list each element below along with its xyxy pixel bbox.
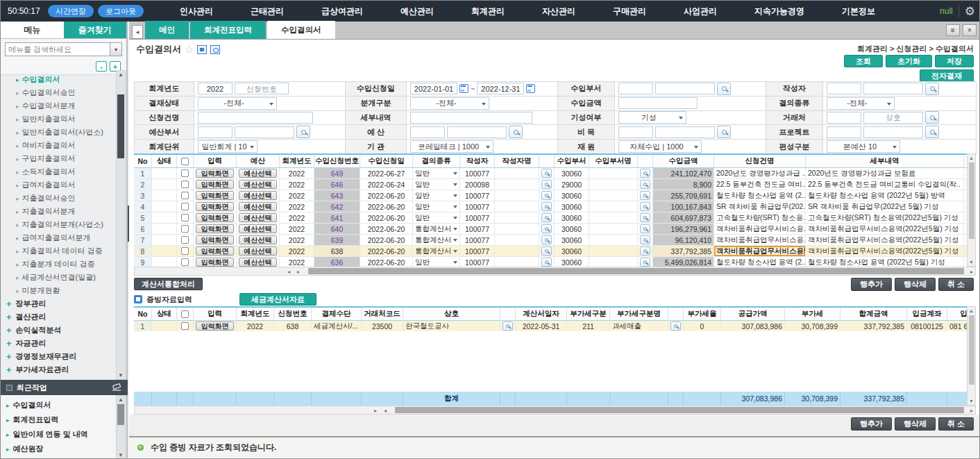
search-lookup-button[interactable] (640, 202, 650, 211)
search-lookup-button[interactable] (296, 126, 310, 138)
row-checkbox[interactable] (181, 214, 189, 222)
cancel-button[interactable]: 취 소 (938, 417, 974, 431)
form-input[interactable] (863, 83, 923, 94)
sidebar-group-item[interactable]: +부가세자료관리 (1, 363, 117, 376)
search-lookup-button[interactable] (509, 126, 523, 138)
delete-row-button[interactable]: 행삭제 (895, 278, 936, 291)
sidebar-group-item[interactable]: +장부관리 (1, 297, 117, 310)
form-select[interactable]: 기성 (618, 111, 686, 124)
sidebar-tree-item[interactable]: ▸급여지출결의서 (1, 178, 117, 192)
search-lookup-button[interactable] (670, 322, 681, 331)
cell-button[interactable]: 예산선택 (239, 224, 277, 233)
form-input[interactable] (827, 83, 861, 94)
sidebar-tree-item[interactable]: ▸여비지출결의서 (1, 139, 117, 152)
table-row[interactable]: 4입력화면예산선택20226422022-06-20일반100077300601… (134, 201, 967, 212)
sidebar-group-item[interactable]: +결산관리 (1, 310, 117, 324)
cell-select[interactable]: 일반 (413, 201, 460, 212)
doc-tab[interactable]: 수입결의서 (267, 21, 335, 39)
row-checkbox[interactable] (181, 181, 189, 188)
eraser-icon[interactable] (112, 383, 122, 392)
search-lookup-button[interactable] (717, 126, 731, 138)
scrollbar-thumb[interactable] (395, 407, 964, 413)
sidebar-tree-item[interactable]: ▸수입결의서 (1, 73, 117, 86)
search-lookup-button[interactable] (640, 191, 650, 200)
search-lookup-button[interactable] (541, 169, 552, 178)
row-checkbox[interactable] (181, 258, 189, 266)
scroll-up-icon[interactable]: ▲ (118, 397, 124, 403)
sidebar-tree-item[interactable]: ▸지출결의서승인 (1, 192, 117, 205)
search-lookup-button[interactable] (717, 83, 731, 95)
row-checkbox[interactable] (181, 236, 189, 244)
chevron-down-icon[interactable]: ▾ (110, 42, 122, 56)
form-select[interactable]: 본예산 10 (827, 140, 900, 153)
search-lookup-button[interactable] (640, 169, 650, 178)
doc-tab[interactable]: 메인 (145, 21, 189, 39)
sidebar-tree-item[interactable]: ▸급여지출결의서분개 (1, 231, 117, 244)
form-input[interactable] (863, 112, 923, 124)
form-input[interactable] (863, 126, 923, 138)
logout-button[interactable]: 로그아웃 (98, 5, 144, 17)
favorite-star-icon[interactable]: ☆ (185, 44, 194, 55)
scrollbar-thumb[interactable] (969, 315, 974, 385)
sidebar-tree-item[interactable]: ▸미분개현황 (1, 284, 117, 297)
search-lookup-button[interactable] (640, 180, 650, 189)
scroll-right-icon[interactable]: ▸ (297, 269, 300, 275)
nav-menu-item[interactable]: 인사관리 (180, 6, 213, 17)
sidebar-group-item[interactable]: +손익실적분석 (1, 324, 117, 337)
form-input[interactable] (410, 83, 457, 94)
sidebar-tree-item[interactable]: ▸지출분개 데이터 검증 (1, 258, 117, 271)
tax-invoice-button[interactable]: 세금계산서자료 (239, 293, 316, 306)
refresh-icon[interactable] (210, 45, 220, 54)
nav-menu-item[interactable]: 급상여관리 (321, 6, 363, 17)
cell-button[interactable]: 예산선택 (239, 180, 277, 189)
form-input[interactable] (198, 112, 313, 124)
invoice-merge-button[interactable]: 계산서통합처리 (134, 278, 203, 290)
form-input[interactable] (198, 126, 233, 138)
scroll-down-icon[interactable]: ▼ (969, 260, 974, 265)
gear-icon[interactable]: ⚙ (965, 6, 975, 17)
scrollbar-thumb[interactable] (117, 404, 124, 425)
form-input[interactable] (655, 126, 715, 138)
recent-work-item[interactable]: ▸수입결의서 (1, 398, 117, 412)
form-input[interactable] (618, 97, 698, 109)
save-button[interactable]: 저장 (935, 55, 974, 67)
cell-button[interactable]: 예산선택 (239, 213, 277, 222)
cell-button[interactable]: 예산선택 (239, 258, 277, 267)
form-select[interactable]: 자체수입 | 1000 (618, 140, 702, 153)
cell-select[interactable]: 통합계산서 (413, 224, 460, 235)
form-input[interactable] (477, 83, 524, 94)
tab-scroll-left-icon[interactable]: ◂ (132, 25, 143, 39)
scroll-down-icon[interactable]: ▼ (118, 452, 124, 458)
row-checkbox[interactable] (181, 322, 189, 330)
cell-button[interactable]: 입력화면 (196, 224, 234, 233)
delete-row-button[interactable]: 행삭제 (895, 417, 936, 431)
form-input[interactable] (235, 83, 289, 94)
cell-button[interactable]: 예산선택 (239, 202, 277, 211)
calendar-icon[interactable] (459, 84, 468, 93)
search-button[interactable]: 조회 (844, 55, 883, 67)
form-select[interactable]: 코레일테크 | 1000 (410, 140, 493, 153)
scroll-up-icon[interactable]: ▲ (118, 72, 124, 78)
search-lookup-button[interactable] (541, 180, 552, 189)
row-checkbox[interactable] (181, 192, 189, 199)
recent-work-item[interactable]: ▸회계전표입력 (1, 412, 117, 427)
window-menu-icon[interactable]: ≡ (946, 24, 960, 36)
table-row[interactable]: 1입력화면2022638세금계산서/...23500한국철도공사2022-05-… (134, 321, 967, 331)
cell-select[interactable]: 일반 (413, 179, 460, 190)
search-lookup-button[interactable] (541, 258, 552, 267)
scroll-right-icon[interactable]: ▸ (970, 269, 973, 275)
table-row[interactable]: 1입력화면예산선택20226492022-06-27일반100077300602… (134, 168, 967, 179)
sidebar-tree-item[interactable]: ▸수입결의서분개 (1, 99, 117, 112)
nav-menu-item[interactable]: 근태관리 (251, 6, 284, 17)
table-row[interactable]: 2입력화면예산선택20226462022-06-24일반200098290008… (134, 179, 967, 190)
search-lookup-button[interactable] (541, 213, 552, 222)
electronic-approval-button[interactable]: 전자결재 (920, 69, 974, 82)
cell-button[interactable]: 입력화면 (196, 202, 234, 211)
search-lookup-button[interactable] (640, 247, 650, 256)
form-input[interactable] (618, 126, 653, 138)
tab-favorites[interactable]: 즐겨찾기 (64, 22, 127, 38)
menu-search-input[interactable] (5, 42, 110, 56)
horizontal-scrollbar[interactable]: ◂ ▸ ▸ (134, 267, 976, 276)
reset-button[interactable]: 초기화 (886, 55, 932, 67)
search-lookup-button[interactable] (541, 202, 552, 211)
